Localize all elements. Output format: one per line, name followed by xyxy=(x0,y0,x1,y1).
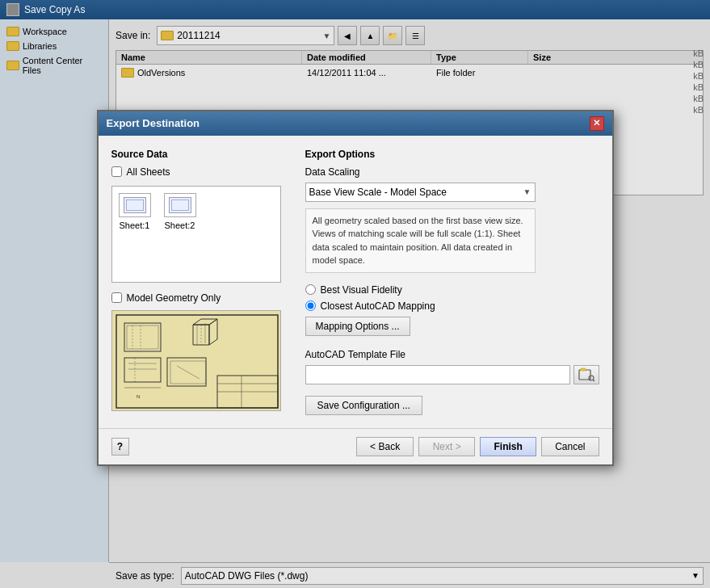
closest-autocad-mapping-radio[interactable] xyxy=(305,300,316,311)
model-geometry-label[interactable]: Model Geometry Only xyxy=(127,292,221,304)
export-options-title: Export Options xyxy=(305,149,599,160)
help-btn[interactable]: ? xyxy=(111,438,129,456)
back-btn[interactable]: < Back xyxy=(356,437,414,456)
template-label: AutoCAD Template File xyxy=(305,349,599,360)
template-input[interactable] xyxy=(305,365,570,384)
modal-titlebar: Export Destination ✕ xyxy=(99,111,612,136)
sheet1-thumb-icon xyxy=(124,197,146,213)
next-btn[interactable]: Next > xyxy=(418,437,475,456)
sheet2-label: Sheet:2 xyxy=(165,220,195,230)
source-data-title: Source Data xyxy=(111,149,289,160)
scaling-dropdown[interactable]: Base View Scale - Model Space ▼ xyxy=(305,183,536,202)
footer-right: < Back Next > Finish Cancel xyxy=(356,437,599,456)
cancel-btn[interactable]: Cancel xyxy=(541,437,599,456)
closest-autocad-label[interactable]: Closest AutoCAD Mapping xyxy=(321,300,435,312)
export-destination-modal: Export Destination ✕ Source Data All She… xyxy=(97,110,614,466)
modal-footer: ? < Back Next > Finish Cancel xyxy=(99,428,612,464)
modal-title: Export Destination xyxy=(107,117,200,129)
svg-rect-28 xyxy=(581,368,586,371)
browse-icon xyxy=(578,368,594,382)
svg-text:N: N xyxy=(137,394,140,399)
sheet2-thumb-icon xyxy=(169,197,191,213)
all-sheets-label[interactable]: All Sheets xyxy=(127,166,170,178)
mapping-options-btn[interactable]: Mapping Options ... xyxy=(305,317,410,336)
sheet2-item[interactable]: Sheet:2 xyxy=(164,193,196,230)
browse-btn[interactable] xyxy=(573,365,599,384)
data-scaling-label: Data Scaling xyxy=(305,166,599,178)
best-visual-fidelity-radio[interactable] xyxy=(305,284,316,295)
drawing-preview: N xyxy=(111,310,281,411)
svg-line-27 xyxy=(593,380,594,381)
drawing-preview-svg: N xyxy=(112,311,281,411)
sheet1-item[interactable]: Sheet:1 xyxy=(119,193,151,230)
modal-close-btn[interactable]: ✕ xyxy=(590,116,604,131)
modal-overlay: Export Destination ✕ Source Data All She… xyxy=(0,19,710,588)
scaling-description: All geometry scaled based on the first b… xyxy=(305,208,536,273)
footer-left: ? xyxy=(111,438,129,456)
model-geometry-checkbox[interactable] xyxy=(111,292,122,303)
best-visual-fidelity-label[interactable]: Best Visual Fidelity xyxy=(321,284,402,296)
scaling-value: Base View Scale - Model Space xyxy=(309,187,447,198)
scaling-arrow-icon: ▼ xyxy=(523,187,531,196)
sheet1-label: Sheet:1 xyxy=(120,220,150,230)
app-title-icon xyxy=(6,3,19,16)
all-sheets-checkbox[interactable] xyxy=(111,166,122,177)
save-configuration-btn[interactable]: Save Configuration ... xyxy=(305,396,422,415)
finish-btn[interactable]: Finish xyxy=(480,437,536,456)
app-title: Save Copy As xyxy=(24,4,85,15)
sheets-area: Sheet:1 Sheet:2 xyxy=(111,186,281,283)
svg-point-26 xyxy=(589,376,594,380)
